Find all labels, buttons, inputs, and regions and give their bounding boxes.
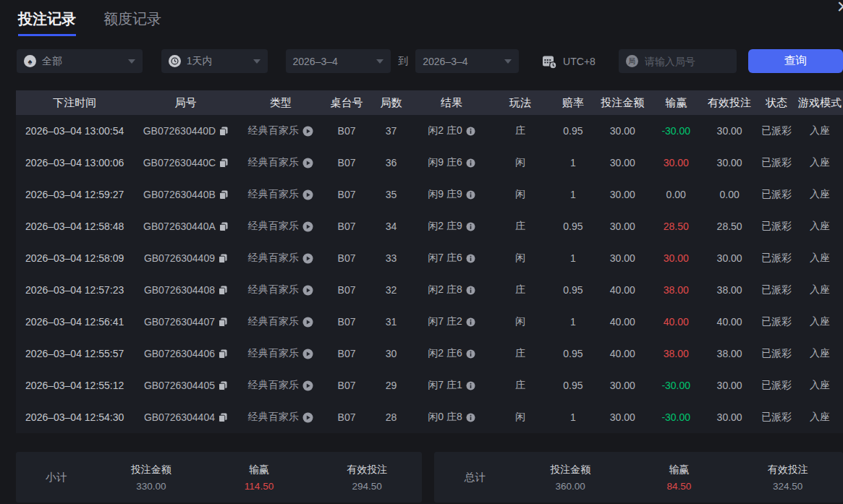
copy-icon[interactable] bbox=[219, 349, 227, 359]
info-icon[interactable] bbox=[466, 222, 475, 231]
bet-amount-value: 30.00 bbox=[610, 221, 635, 232]
time-value: 2026–03–04 12:56:41 bbox=[25, 316, 124, 328]
play-video-icon[interactable] bbox=[302, 349, 313, 359]
status-value: 已派彩 bbox=[761, 411, 792, 424]
copy-icon[interactable] bbox=[219, 222, 228, 231]
odds-value: 1 bbox=[570, 411, 576, 423]
valid-bet-value: 38.00 bbox=[717, 348, 742, 359]
win-loss-value: 30.00 bbox=[664, 157, 689, 168]
copy-icon[interactable] bbox=[219, 254, 227, 263]
cell-odds: 0.95 bbox=[550, 284, 596, 296]
copy-icon[interactable] bbox=[219, 127, 228, 136]
win-loss-value: -30.00 bbox=[661, 380, 690, 391]
cell-game-mode: 入座 bbox=[797, 156, 843, 169]
date-to-select[interactable]: 2026–3–4 bbox=[415, 49, 519, 73]
copy-icon[interactable] bbox=[219, 286, 227, 295]
cell-win-loss: 28.50 bbox=[649, 221, 703, 232]
cell-game-mode: 入座 bbox=[797, 411, 843, 424]
time-value: 2026–03–04 12:58:09 bbox=[25, 252, 124, 264]
info-icon[interactable] bbox=[466, 190, 475, 200]
total-valid: 有效投注 324.50 bbox=[734, 464, 842, 492]
cell-result: 闲9 庄6 bbox=[412, 156, 491, 169]
cell-type: 经典百家乐 bbox=[238, 124, 324, 137]
cell-play: 闲 bbox=[491, 188, 550, 201]
type-value: 经典百家乐 bbox=[248, 315, 299, 328]
cell-round-id: GB072630440B bbox=[133, 189, 237, 200]
tab-quota-records[interactable]: 额度记录 bbox=[103, 9, 161, 36]
tab-bet-records[interactable]: 投注记录 bbox=[18, 9, 76, 36]
play-video-icon[interactable] bbox=[302, 221, 313, 232]
cell-valid-bet: 30.00 bbox=[703, 125, 756, 137]
copy-icon[interactable] bbox=[219, 317, 227, 327]
query-button[interactable]: 查询 bbox=[748, 49, 843, 73]
play-video-icon[interactable] bbox=[302, 189, 313, 200]
chevron-down-icon bbox=[376, 59, 384, 64]
cell-game-mode: 入座 bbox=[797, 283, 843, 296]
play-video-icon[interactable] bbox=[302, 380, 313, 391]
game-mode-value: 入座 bbox=[810, 347, 830, 360]
cell-status: 已派彩 bbox=[756, 315, 797, 328]
info-icon[interactable] bbox=[466, 381, 475, 390]
calendar-clock-icon[interactable] bbox=[541, 54, 557, 69]
cell-bet-amount: 40.00 bbox=[596, 316, 649, 328]
bet-amount-value: 30.00 bbox=[610, 252, 635, 264]
info-icon[interactable] bbox=[466, 127, 475, 136]
play-video-icon[interactable] bbox=[302, 253, 313, 264]
play-video-icon[interactable] bbox=[302, 158, 313, 168]
result-value: 闲2 庄6 bbox=[428, 347, 462, 360]
play-video-icon[interactable] bbox=[302, 317, 313, 328]
cell-table-no: B07 bbox=[323, 189, 370, 200]
round-id-input[interactable] bbox=[643, 55, 726, 68]
cell-type: 经典百家乐 bbox=[238, 315, 324, 328]
date-from-select[interactable]: 2026–3–4 bbox=[286, 49, 391, 73]
round-id-value: GB072630440A bbox=[143, 221, 216, 232]
copy-icon[interactable] bbox=[219, 381, 227, 390]
info-icon[interactable] bbox=[466, 349, 475, 359]
table-row: 2026–03–04 13:00:54GB072630440D经典百家乐B073… bbox=[16, 115, 843, 147]
category-select[interactable]: ♠ 全部 bbox=[17, 49, 143, 73]
cell-table-no: B07 bbox=[323, 284, 370, 296]
close-icon[interactable]: × bbox=[836, 0, 843, 17]
odds-value: 1 bbox=[570, 157, 576, 168]
cell-play: 闲 bbox=[491, 315, 550, 328]
info-icon[interactable] bbox=[466, 317, 475, 327]
cell-table-no: B07 bbox=[323, 380, 370, 391]
date-range-select[interactable]: 1天内 bbox=[161, 49, 268, 73]
play-video-icon[interactable] bbox=[302, 285, 313, 296]
summary-bar: 小计 投注金额 330.00 输赢 114.50 有效投注 294.50 总计 … bbox=[16, 452, 843, 503]
copy-icon[interactable] bbox=[219, 413, 227, 422]
filter-bar: ♠ 全部 1天内 2026–3–4 到 2026–3–4 UTC+8 局 查询 bbox=[17, 49, 843, 73]
subtotal-bet: 投注金额 330.00 bbox=[97, 464, 205, 492]
subtotal-valid: 有效投注 294.50 bbox=[313, 464, 421, 492]
info-icon[interactable] bbox=[466, 413, 475, 422]
cell-valid-bet: 38.00 bbox=[703, 348, 756, 359]
cell-table-no: B07 bbox=[323, 157, 370, 168]
bet-amount-value: 40.00 bbox=[610, 284, 635, 296]
col-header-table-no: 桌台号 bbox=[323, 96, 370, 110]
bet-amount-value: 40.00 bbox=[610, 316, 635, 328]
cell-round-id: GB0726304404 bbox=[133, 411, 237, 423]
info-icon[interactable] bbox=[466, 254, 475, 263]
info-icon[interactable] bbox=[466, 286, 475, 295]
round-count-value: 31 bbox=[386, 316, 397, 328]
type-value: 经典百家乐 bbox=[248, 220, 299, 233]
win-loss-value: 38.00 bbox=[664, 284, 689, 296]
cell-win-loss: 38.00 bbox=[649, 284, 703, 296]
cell-table-no: B07 bbox=[323, 221, 370, 232]
round-count-value: 35 bbox=[386, 189, 397, 200]
cell-round-id: GB072630440A bbox=[133, 221, 237, 232]
odds-value: 1 bbox=[570, 316, 576, 328]
cell-odds: 1 bbox=[550, 316, 596, 328]
play-video-icon[interactable] bbox=[302, 412, 313, 423]
result-value: 闲7 庄2 bbox=[428, 315, 462, 328]
game-mode-value: 入座 bbox=[810, 252, 830, 265]
play-video-icon[interactable] bbox=[302, 126, 313, 137]
chevron-down-icon bbox=[504, 59, 512, 64]
cell-win-loss: 0.00 bbox=[649, 189, 703, 200]
copy-icon[interactable] bbox=[219, 158, 228, 168]
cell-status: 已派彩 bbox=[756, 156, 797, 169]
info-icon[interactable] bbox=[466, 158, 475, 168]
copy-icon[interactable] bbox=[219, 190, 228, 200]
round-id-value: GB072630440D bbox=[143, 125, 216, 137]
round-id-value: GB0726304405 bbox=[144, 380, 215, 391]
